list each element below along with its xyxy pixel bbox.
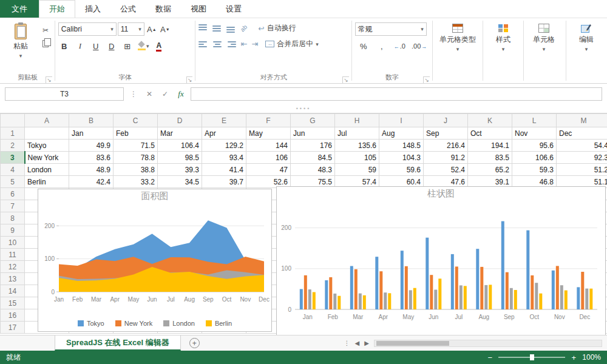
- zoom-slider-thumb[interactable]: [530, 354, 534, 360]
- column-header-E[interactable]: E: [202, 114, 246, 127]
- legend-item[interactable]: New York: [115, 320, 152, 327]
- decrease-font-button[interactable]: A▼: [159, 23, 171, 35]
- column-header-M[interactable]: M: [557, 114, 607, 127]
- cell[interactable]: May: [246, 127, 291, 140]
- cell[interactable]: 144: [246, 140, 291, 152]
- increase-font-button[interactable]: A▲: [146, 23, 158, 35]
- column-header-C[interactable]: C: [114, 114, 158, 127]
- sheet-tab-active[interactable]: SpreadJS 在线 Excel 编辑器: [55, 335, 181, 351]
- cell[interactable]: 104.3: [379, 152, 424, 164]
- column-chart[interactable]: 柱状图 0100200JanFebMarAprMayJunJulAugSepOc…: [276, 186, 606, 335]
- row-header-15[interactable]: 15: [1, 297, 25, 309]
- cell[interactable]: 91.2: [424, 152, 468, 164]
- cell[interactable]: Feb: [114, 127, 158, 140]
- column-header-B[interactable]: B: [69, 114, 114, 127]
- underline-button[interactable]: U: [90, 40, 102, 52]
- column-header-F[interactable]: F: [246, 114, 291, 127]
- zoom-out-button[interactable]: −: [486, 353, 493, 362]
- cell[interactable]: 176: [291, 140, 335, 152]
- cell[interactable]: 59.3: [512, 164, 557, 176]
- cell[interactable]: London: [25, 164, 69, 176]
- row-header-17[interactable]: 17: [1, 322, 25, 334]
- row-header-6[interactable]: 6: [1, 188, 25, 200]
- cell[interactable]: [25, 127, 69, 140]
- cell[interactable]: Apr: [202, 127, 246, 140]
- add-sheet-button[interactable]: +: [189, 338, 200, 348]
- column-header-L[interactable]: L: [512, 114, 557, 127]
- cell[interactable]: 49.9: [69, 140, 114, 152]
- percent-style-button[interactable]: %: [358, 40, 370, 52]
- cell[interactable]: 34.5: [158, 176, 202, 188]
- cell[interactable]: Tokyo: [25, 140, 69, 152]
- number-dialog-launcher[interactable]: ↘: [423, 76, 430, 83]
- cell[interactable]: Mar: [158, 127, 202, 140]
- row-header-2[interactable]: 2: [1, 140, 25, 152]
- menu-tab-0[interactable]: 开始: [39, 0, 75, 18]
- row-header-4[interactable]: 4: [1, 164, 25, 176]
- cell[interactable]: 92.3: [557, 152, 607, 164]
- column-header-I[interactable]: I: [379, 114, 424, 127]
- number-format-select[interactable]: 常规 ▾: [355, 22, 427, 36]
- column-header-G[interactable]: G: [291, 114, 335, 127]
- align-top-button[interactable]: [198, 24, 208, 33]
- align-right-button[interactable]: [226, 40, 236, 49]
- cell[interactable]: 93.4: [202, 152, 246, 164]
- cell[interactable]: 39.7: [202, 176, 246, 188]
- cell[interactable]: 194.1: [468, 140, 512, 152]
- name-box[interactable]: T3: [5, 87, 124, 101]
- cell[interactable]: 135.6: [335, 140, 379, 152]
- cell[interactable]: 148.5: [379, 140, 424, 152]
- cell[interactable]: Nov: [512, 127, 557, 140]
- cell[interactable]: Berlin: [25, 176, 69, 188]
- copy-button[interactable]: [40, 39, 51, 49]
- cell[interactable]: 48.9: [69, 164, 114, 176]
- cancel-button[interactable]: ✕: [143, 90, 155, 98]
- name-box-menu-icon[interactable]: ⋮: [127, 90, 140, 98]
- cell[interactable]: 51.2: [557, 164, 607, 176]
- row-header-13[interactable]: 13: [1, 273, 25, 285]
- cell[interactable]: Jan: [69, 127, 114, 140]
- cell[interactable]: 216.4: [424, 140, 468, 152]
- menu-tab-5[interactable]: 设置: [216, 0, 251, 18]
- row-header-14[interactable]: 14: [1, 285, 25, 297]
- font-name-select[interactable]: Calibri ▾: [58, 22, 117, 36]
- cell[interactable]: 83.5: [468, 152, 512, 164]
- cell[interactable]: 105: [335, 152, 379, 164]
- align-center-button[interactable]: [212, 40, 222, 49]
- cell[interactable]: 106.6: [512, 152, 557, 164]
- area-chart[interactable]: 面积图 0100200JanFebMarAprMayJunJulAugSepOc…: [38, 189, 272, 332]
- cell[interactable]: Aug: [379, 127, 424, 140]
- legend-item[interactable]: London: [163, 320, 195, 327]
- wrap-text-button[interactable]: ↩ 自动换行: [257, 22, 298, 34]
- zoom-in-button[interactable]: +: [570, 353, 577, 362]
- font-color-button[interactable]: A: [153, 40, 165, 52]
- row-header-10[interactable]: 10: [1, 237, 25, 249]
- horizontal-scrollbar[interactable]: [374, 340, 602, 347]
- file-menu-button[interactable]: 文件: [0, 0, 39, 18]
- cell[interactable]: 54.4: [557, 140, 607, 152]
- legend-item[interactable]: Tokyo: [78, 320, 104, 327]
- row-header-11[interactable]: 11: [1, 249, 25, 261]
- row-header-5[interactable]: 5: [1, 176, 25, 188]
- style-button[interactable]: 样式 ▾: [486, 21, 520, 52]
- cell[interactable]: 106: [246, 152, 291, 164]
- double-underline-button[interactable]: D: [106, 40, 118, 52]
- column-header-A[interactable]: A: [25, 114, 69, 127]
- fill-color-button[interactable]: ▾: [137, 40, 149, 52]
- row-header-8[interactable]: 8: [1, 212, 25, 224]
- cell[interactable]: 39.3: [158, 164, 202, 176]
- scroll-right-icon[interactable]: ▶: [364, 340, 369, 346]
- cell[interactable]: Oct: [468, 127, 512, 140]
- column-header-J[interactable]: J: [424, 114, 468, 127]
- cell[interactable]: 41.4: [202, 164, 246, 176]
- cell[interactable]: 65.2: [468, 164, 512, 176]
- cell[interactable]: Sep: [424, 127, 468, 140]
- text-orientation-button[interactable]: ab: [239, 24, 249, 33]
- cell[interactable]: 83.6: [69, 152, 114, 164]
- cell[interactable]: 98.5: [158, 152, 202, 164]
- row-header-16[interactable]: 16: [1, 309, 25, 322]
- row-header-1[interactable]: 1: [1, 127, 25, 140]
- horizontal-scrollbar-thumb[interactable]: [376, 341, 449, 346]
- decrease-decimal-button[interactable]: .00 →: [412, 42, 427, 50]
- cell[interactable]: 59.6: [379, 164, 424, 176]
